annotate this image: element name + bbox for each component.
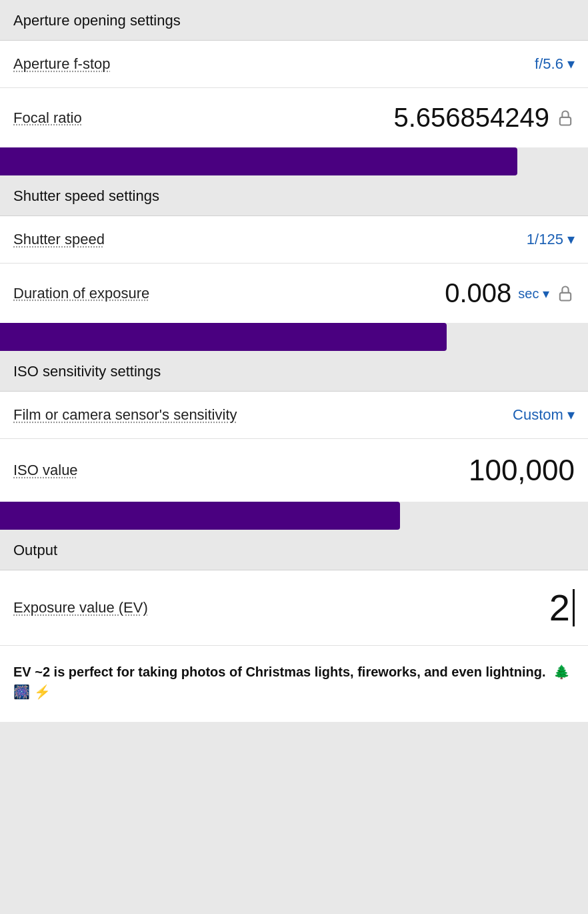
aperture-rows: Aperture f-stop f/5.6 ▾ Focal ratio 5.65…: [0, 40, 588, 147]
focal-ratio-value: 5.656854249: [393, 103, 549, 133]
ev-label: Exposure value (EV): [13, 599, 148, 616]
iso-value-label: ISO value: [13, 462, 78, 479]
fstop-value-container: f/5.6 ▾: [535, 55, 575, 73]
ev-value: 2: [549, 589, 575, 626]
iso-value-row: ISO value 100,000: [0, 439, 588, 502]
output-title: Output: [13, 542, 57, 558]
shutter-progress-bar: [0, 323, 447, 351]
aperture-section-header: Aperture opening settings: [0, 0, 588, 40]
fstop-label: Aperture f-stop: [13, 55, 111, 73]
focal-ratio-row: Focal ratio 5.656854249: [0, 88, 588, 147]
shutter-speed-label: Shutter speed: [13, 231, 105, 248]
aperture-title: Aperture opening settings: [13, 12, 181, 29]
duration-row: Duration of exposure 0.008 sec ▾: [0, 264, 588, 323]
iso-value-container: 100,000: [469, 454, 575, 487]
svg-rect-0: [560, 117, 571, 125]
iso-value: 100,000: [469, 454, 575, 487]
sensitivity-row: Film or camera sensor's sensitivity Cust…: [0, 392, 588, 439]
duration-unit-dropdown[interactable]: sec ▾: [518, 286, 549, 302]
duration-value: 0.008: [445, 278, 511, 308]
iso-title: ISO sensitivity settings: [13, 363, 161, 380]
iso-progress-bar-container: [0, 502, 588, 530]
focal-ratio-label: Focal ratio: [13, 109, 82, 127]
duration-lock-icon[interactable]: [556, 284, 575, 303]
shutter-rows: Shutter speed 1/125 ▾ Duration of exposu…: [0, 215, 588, 323]
shutter-progress-bar-container: [0, 323, 588, 351]
description-strong: EV ~2 is perfect for taking photos of Ch…: [13, 664, 545, 679]
sensitivity-label: Film or camera sensor's sensitivity: [13, 406, 237, 424]
sensitivity-dropdown[interactable]: Custom ▾: [513, 406, 575, 424]
description-box: EV ~2 is perfect for taking photos of Ch…: [0, 646, 588, 722]
output-section-header: Output: [0, 530, 588, 570]
focal-ratio-value-container: 5.656854249: [393, 103, 575, 133]
focal-ratio-lock-icon[interactable]: [556, 109, 575, 127]
shutter-section-header: Shutter speed settings: [0, 175, 588, 215]
shutter-speed-row: Shutter speed 1/125 ▾: [0, 216, 588, 264]
sensitivity-value-container: Custom ▾: [513, 406, 575, 424]
iso-section-header: ISO sensitivity settings: [0, 351, 588, 391]
shutter-speed-value-container: 1/125 ▾: [527, 231, 575, 248]
iso-rows: Film or camera sensor's sensitivity Cust…: [0, 391, 588, 502]
aperture-progress-bar-container: [0, 147, 588, 175]
output-rows: Exposure value (EV) 2: [0, 570, 588, 646]
ev-value-container: 2: [549, 589, 575, 626]
aperture-progress-bar: [0, 147, 517, 175]
fstop-dropdown[interactable]: f/5.6 ▾: [535, 55, 575, 73]
duration-value-container: 0.008 sec ▾: [445, 278, 575, 308]
fstop-row: Aperture f-stop f/5.6 ▾: [0, 41, 588, 88]
iso-progress-bar: [0, 502, 400, 530]
shutter-title: Shutter speed settings: [13, 187, 159, 204]
shutter-speed-dropdown[interactable]: 1/125 ▾: [527, 231, 575, 248]
duration-label: Duration of exposure: [13, 285, 149, 302]
description-text: EV ~2 is perfect for taking photos of Ch…: [13, 662, 575, 702]
ev-row: Exposure value (EV) 2: [0, 570, 588, 646]
svg-rect-1: [560, 292, 571, 300]
